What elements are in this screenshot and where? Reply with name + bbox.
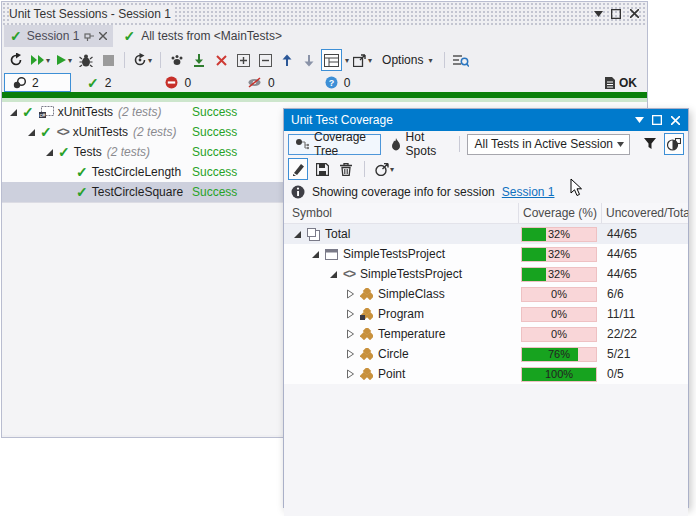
- shade-covered-code-toggle[interactable]: [664, 133, 684, 155]
- expanded-arrow-icon[interactable]: [8, 107, 18, 117]
- session-tab-close-icon[interactable]: [99, 32, 107, 40]
- coverage-titlebar[interactable]: Unit Test Coverage: [284, 109, 688, 131]
- session-success-check-icon: ✓: [10, 29, 22, 43]
- filter-failed-button[interactable]: 0: [157, 73, 199, 92]
- coverage-table: Total 32% 44/65 SimpleTestsProject 32% 4…: [284, 224, 688, 384]
- coverage-row-total[interactable]: Total 32% 44/65: [284, 224, 688, 244]
- expanded-arrow-icon[interactable]: [26, 127, 36, 137]
- output-document-icon: [605, 77, 615, 89]
- symbol-name: SimpleTestsProject: [360, 267, 462, 281]
- coverage-row-project[interactable]: SimpleTestsProject 32% 44/65: [284, 244, 688, 264]
- stop-run-icon[interactable]: [98, 49, 118, 71]
- coverage-bar: 76%: [521, 347, 597, 362]
- session-link[interactable]: Session 1: [502, 185, 555, 199]
- titlebar-drag-area[interactable]: [183, 9, 589, 19]
- header-symbol[interactable]: Symbol: [284, 206, 518, 220]
- coverage-tree-icon: [295, 138, 309, 151]
- group-by-button[interactable]: [321, 49, 342, 71]
- collapsed-arrow-icon[interactable]: [346, 349, 355, 359]
- filter-funnel-icon[interactable]: [640, 133, 660, 155]
- coverage-titlebar-drag-area[interactable]: [405, 115, 630, 125]
- export-dropdown-icon[interactable]: ▾: [368, 56, 372, 65]
- info-icon: [291, 185, 305, 199]
- header-coverage[interactable]: Coverage (%): [518, 203, 601, 223]
- coverage-window-menu-chevron-icon[interactable]: [630, 112, 648, 128]
- run-all-dropdown-icon[interactable]: ▾: [46, 56, 50, 65]
- save-snapshot-icon[interactable]: [312, 158, 332, 180]
- class-icon: [360, 368, 373, 380]
- inconclusive-count: 0: [344, 76, 351, 90]
- append-tests-icon[interactable]: [189, 49, 209, 71]
- tab-coverage-tree[interactable]: Coverage Tree: [288, 134, 381, 155]
- remove-tests-icon[interactable]: [211, 49, 231, 71]
- next-test-icon[interactable]: [299, 49, 319, 71]
- coverage-scope-select[interactable]: All Tests in Active Session: [467, 134, 630, 155]
- namespace-icon: <>: [343, 267, 355, 281]
- filter-passed-button[interactable]: ✓ 2: [79, 73, 119, 92]
- status-filter-bar: 2 ✓ 2 0 0 ? 0 OK: [2, 73, 647, 92]
- tests-count-icon: [13, 77, 26, 89]
- main-titlebar[interactable]: Unit Test Sessions - Session 1: [2, 2, 647, 25]
- track-running-test-icon[interactable]: [167, 49, 187, 71]
- filter-total-button[interactable]: 2: [4, 73, 71, 92]
- debug-tests-icon[interactable]: [76, 49, 96, 71]
- coverage-info-bar: Showing coverage info for session Sessio…: [284, 181, 688, 203]
- previous-test-icon[interactable]: [277, 49, 297, 71]
- group-by-dropdown-icon[interactable]: ▾: [345, 56, 349, 65]
- uncovered-total: 44/65: [601, 227, 688, 241]
- coverage-info-text: Showing coverage info for session: [312, 185, 495, 199]
- failed-count: 0: [184, 76, 191, 90]
- run-all-tests-button[interactable]: ▾: [28, 49, 52, 71]
- filter-ignored-button[interactable]: 0: [239, 73, 283, 92]
- collapsed-arrow-icon[interactable]: [346, 309, 355, 319]
- refresh-icon[interactable]: [6, 49, 26, 71]
- options-button[interactable]: Options▾: [376, 53, 438, 67]
- success-check-icon: ✓: [40, 125, 52, 139]
- symbol-name: SimpleClass: [378, 287, 445, 301]
- tree-node-label: xUnitTests: [73, 125, 128, 139]
- expanded-arrow-icon[interactable]: [310, 249, 320, 259]
- coverage-percent: 0%: [522, 288, 596, 301]
- expanded-arrow-icon[interactable]: [328, 269, 338, 279]
- combo-dropdown-icon[interactable]: [613, 135, 629, 154]
- header-uncovered[interactable]: Uncovered/Total: [601, 203, 688, 223]
- run-tests-button[interactable]: ▾: [54, 49, 74, 71]
- expanded-arrow-icon[interactable]: [292, 229, 302, 239]
- search-tests-icon[interactable]: [451, 49, 471, 71]
- symbol-name: Program: [378, 307, 424, 321]
- coverage-row-namespace[interactable]: <> SimpleTestsProject 32% 44/65: [284, 264, 688, 284]
- coverage-row-class[interactable]: Circle 76% 5/21: [284, 344, 688, 364]
- coverage-row-class[interactable]: Point 100% 0/5: [284, 364, 688, 384]
- coverage-maximize-icon[interactable]: [648, 112, 666, 128]
- window-menu-chevron-icon[interactable]: [589, 6, 607, 22]
- tab-hot-spots[interactable]: Hot Spots: [385, 134, 451, 155]
- filter-inconclusive-button[interactable]: ? 0: [317, 73, 359, 92]
- coverage-row-class[interactable]: Program 0% 11/11: [284, 304, 688, 324]
- tab-session-1[interactable]: ✓ Session 1: [4, 25, 113, 47]
- drop-coverage-trash-icon[interactable]: [336, 158, 356, 180]
- coverage-bar: 0%: [521, 327, 597, 342]
- coverage-close-icon[interactable]: [666, 112, 684, 128]
- expanded-arrow-icon[interactable]: [44, 147, 54, 157]
- collapsed-arrow-icon[interactable]: [346, 289, 355, 299]
- expand-all-icon[interactable]: [233, 49, 253, 71]
- ignored-eye-icon: [247, 77, 262, 88]
- collapsed-arrow-icon[interactable]: [346, 369, 355, 379]
- run-dropdown-icon[interactable]: ▾: [68, 56, 72, 65]
- navigate-coverage-icon[interactable]: ▾: [373, 158, 396, 180]
- collapse-all-icon[interactable]: [255, 49, 275, 71]
- tree-node-status: Success: [192, 165, 237, 179]
- close-icon[interactable]: [625, 6, 643, 22]
- coverage-row-class[interactable]: Temperature 0% 22/22: [284, 324, 688, 344]
- highlight-coverage-toggle[interactable]: [288, 158, 308, 180]
- maximize-icon[interactable]: [607, 6, 625, 22]
- navigate-dropdown-icon[interactable]: ▾: [390, 165, 394, 174]
- coverage-percent: 100%: [522, 368, 596, 381]
- success-check-icon: ✓: [76, 165, 88, 179]
- repeat-dropdown-icon[interactable]: ▾: [148, 56, 152, 65]
- pin-icon[interactable]: [84, 31, 94, 41]
- export-icon[interactable]: ▾: [351, 49, 374, 71]
- repeat-previous-run-icon[interactable]: ▾: [131, 49, 154, 71]
- coverage-row-class[interactable]: SimpleClass 0% 6/6: [284, 284, 688, 304]
- collapsed-arrow-icon[interactable]: [346, 329, 355, 339]
